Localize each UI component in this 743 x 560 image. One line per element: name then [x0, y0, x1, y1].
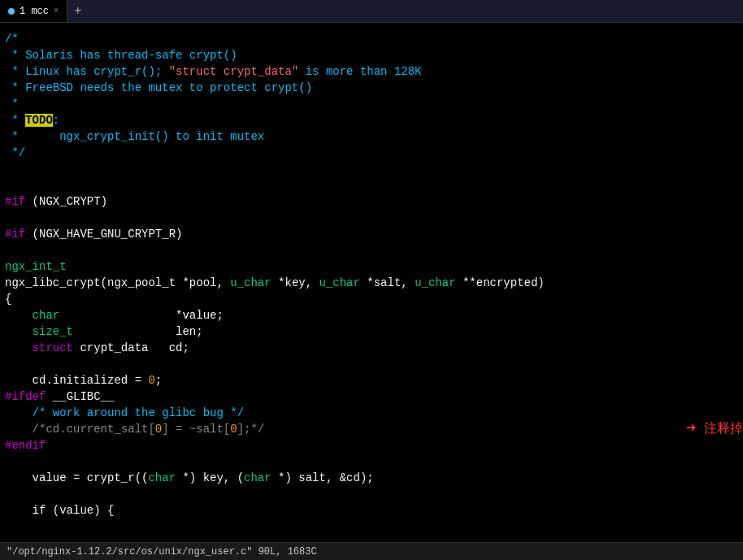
code-line-17: { [0, 291, 743, 307]
tab-label: 1 mcc [20, 6, 49, 17]
line-content [0, 177, 743, 193]
code-line-13: #if (NGX_HAVE_GNU_CRYPT_R) [0, 226, 743, 242]
line-content: #endif [0, 437, 743, 454]
line-content: cd.initialized = 0; [0, 372, 743, 389]
code-line-9 [0, 161, 743, 177]
code-line-4: * FreeBSD needs the mutex to protect cry… [0, 80, 743, 96]
code-line-1: /* [0, 31, 743, 47]
line-content: #if (NGX_CRYPT) [0, 193, 743, 210]
line-content: ngx_libc_crypt(ngx_pool_t *pool, u_char … [0, 275, 743, 291]
line-content: size_t len; [0, 323, 743, 340]
line-content: /* [0, 31, 743, 47]
line-content: */ [0, 145, 743, 161]
line-content: * Linux has crypt_r(); "struct crypt_dat… [0, 63, 743, 80]
code-line-18: char *value; [0, 307, 743, 323]
tab-close-icon[interactable]: × [54, 7, 59, 15]
line-content: * ngx_crypt_init() to init mutex [0, 128, 743, 145]
code-line-5: * [0, 96, 743, 112]
code-line-8: */ [0, 145, 743, 161]
line-content: * FreeBSD needs the mutex to protect cry… [0, 80, 743, 96]
line-content [0, 486, 743, 502]
tab-add-button[interactable]: + [67, 4, 89, 19]
tab-mcc[interactable]: 1 mcc × [0, 0, 67, 22]
code-line-21 [0, 356, 743, 372]
code-line-24: /* work around the glibc bug */ [0, 405, 743, 421]
line-content: { [0, 291, 743, 307]
line-content: if (value) { [0, 502, 743, 519]
line-content: /*cd.current_salt[0] = ~salt[0];*/ [0, 421, 670, 437]
code-line-12 [0, 210, 743, 226]
code-line-25: /*cd.current_salt[0] = ~salt[0];*/➜注释掉 [0, 421, 743, 437]
line-content [0, 356, 743, 372]
code-line-7: * ngx_crypt_init() to init mutex [0, 128, 743, 145]
code-line-3: * Linux has crypt_r(); "struct crypt_dat… [0, 63, 743, 80]
line-content [0, 454, 743, 470]
code-line-2: * Solaris has thread-safe crypt() [0, 47, 743, 63]
annotation-arrow: ➜ [686, 421, 696, 437]
line-content: value = crypt_r((char *) key, (char *) s… [0, 470, 743, 486]
code-line-29 [0, 486, 743, 502]
line-content [0, 242, 743, 258]
line-content: #if (NGX_HAVE_GNU_CRYPT_R) [0, 226, 743, 242]
line-content: #ifdef __GLIBC__ [0, 389, 743, 405]
code-line-30: if (value) { [0, 502, 743, 519]
code-line-6: * TODO: [0, 112, 743, 128]
code-line-19: size_t len; [0, 323, 743, 340]
code-line-28: value = crypt_r((char *) key, (char *) s… [0, 470, 743, 486]
code-line-16: ngx_libc_crypt(ngx_pool_t *pool, u_char … [0, 275, 743, 291]
tab-bar: 1 mcc × + [0, 0, 743, 23]
code-line-22: cd.initialized = 0; [0, 372, 743, 389]
code-line-11: #if (NGX_CRYPT) [0, 193, 743, 210]
line-content [0, 161, 743, 177]
line-content: struct crypt_data cd; [0, 340, 743, 356]
status-text: "/opt/nginx-1.12.2/src/os/unix/ngx_user.… [7, 546, 317, 558]
code-line-20: struct crypt_data cd; [0, 340, 743, 356]
code-line-23: #ifdef __GLIBC__ [0, 389, 743, 405]
code-area: /* * Solaris has thread-safe crypt() * L… [0, 23, 743, 542]
line-content: char *value; [0, 307, 743, 323]
line-content [0, 210, 743, 226]
line-content: * Solaris has thread-safe crypt() [0, 47, 743, 63]
line-content: * TODO: [0, 112, 743, 128]
annotation-label: 注释掉 [704, 421, 743, 437]
code-line-27 [0, 454, 743, 470]
code-line-15: ngx_int_t [0, 258, 743, 275]
status-bar: "/opt/nginx-1.12.2/src/os/unix/ngx_user.… [0, 542, 743, 560]
code-line-10 [0, 177, 743, 193]
code-line-26: #endif [0, 437, 743, 454]
line-content: ngx_int_t [0, 258, 743, 275]
code-line-14 [0, 242, 743, 258]
line-content: * [0, 96, 743, 112]
line-content: /* work around the glibc bug */ [0, 405, 743, 421]
tab-dot [8, 8, 15, 15]
